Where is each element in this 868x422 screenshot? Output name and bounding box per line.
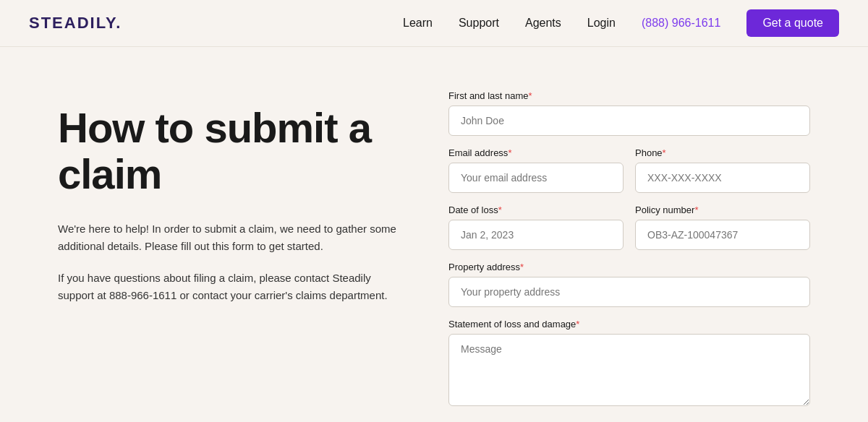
address-label: Property address* xyxy=(448,262,810,272)
policy-field-group: Policy number* xyxy=(635,204,810,250)
description-2: If you have questions about filing a cla… xyxy=(58,270,405,304)
policy-label: Policy number* xyxy=(635,204,810,215)
name-input[interactable] xyxy=(448,106,810,136)
statement-field-group: Statement of loss and damage* xyxy=(448,319,810,409)
statement-textarea[interactable] xyxy=(448,334,810,406)
name-label: First and last name* xyxy=(448,90,810,101)
left-column: How to submit a claim We're here to help… xyxy=(58,90,405,319)
nav-phone[interactable]: (888) 966-1611 xyxy=(642,17,720,30)
date-policy-row: Date of loss* Policy number* xyxy=(448,204,810,262)
policy-input[interactable] xyxy=(635,220,810,250)
email-phone-row: Email address* Phone* xyxy=(448,147,810,204)
nav-support[interactable]: Support xyxy=(459,17,499,30)
page-title: How to submit a claim xyxy=(58,105,405,197)
statement-label: Statement of loss and damage* xyxy=(448,319,810,330)
name-field-group: First and last name* xyxy=(448,90,810,136)
phone-label: Phone* xyxy=(635,147,810,158)
date-input[interactable] xyxy=(448,220,624,250)
claim-form: First and last name* Email address* Phon… xyxy=(448,90,810,421)
email-field-group: Email address* xyxy=(448,147,624,193)
address-field-group: Property address* xyxy=(448,262,810,307)
nav-login[interactable]: Login xyxy=(587,17,616,30)
get-quote-button[interactable]: Get a quote xyxy=(746,9,839,37)
nav-learn[interactable]: Learn xyxy=(403,17,433,30)
email-label: Email address* xyxy=(448,147,624,158)
date-field-group: Date of loss* xyxy=(448,204,624,250)
main-nav: Learn Support Agents Login (888) 966-161… xyxy=(403,9,839,37)
description-1: We're here to help! In order to submit a… xyxy=(58,220,405,255)
date-label: Date of loss* xyxy=(448,204,624,215)
phone-field-group: Phone* xyxy=(635,147,810,193)
phone-input[interactable] xyxy=(635,163,810,193)
nav-agents[interactable]: Agents xyxy=(525,17,561,30)
site-logo: STEADILY. xyxy=(29,14,122,33)
main-content: How to submit a claim We're here to help… xyxy=(0,47,868,422)
address-input[interactable] xyxy=(448,277,810,307)
email-input[interactable] xyxy=(448,163,624,193)
